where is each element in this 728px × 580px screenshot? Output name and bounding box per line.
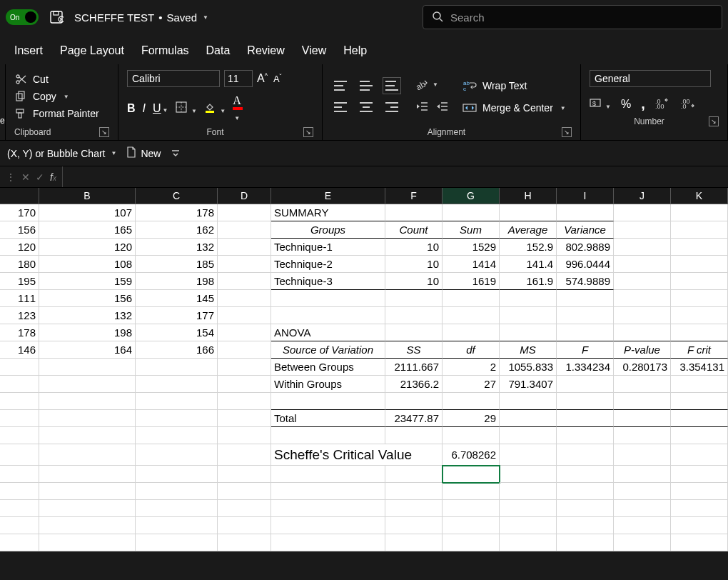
merge-center-button[interactable]: Merge & Center ▼ <box>462 102 566 114</box>
cell[interactable]: P-value <box>614 341 671 359</box>
cell[interactable] <box>443 393 500 410</box>
cell[interactable] <box>443 483 500 500</box>
cell[interactable] <box>39 376 136 393</box>
cell[interactable] <box>385 534 443 551</box>
cell[interactable] <box>614 534 671 551</box>
cell[interactable] <box>500 483 557 500</box>
cell[interactable]: Between Groups <box>271 359 385 376</box>
cell[interactable] <box>671 444 728 466</box>
cell[interactable] <box>500 534 557 551</box>
cell[interactable] <box>218 256 271 273</box>
active-cell[interactable] <box>443 466 500 483</box>
cell[interactable]: 178 <box>136 204 218 221</box>
cell[interactable] <box>671 239 728 256</box>
cell[interactable] <box>218 393 271 410</box>
cell[interactable] <box>39 483 136 500</box>
cell[interactable]: 198 <box>136 273 218 290</box>
cell[interactable]: 1529 <box>443 239 500 256</box>
cell[interactable] <box>136 393 218 410</box>
cell[interactable] <box>614 290 671 307</box>
cell[interactable] <box>614 239 671 256</box>
cell[interactable]: 178 <box>0 324 39 341</box>
cell[interactable]: 23477.87 <box>385 410 443 427</box>
increase-indent-button[interactable] <box>435 101 448 115</box>
cell[interactable] <box>385 483 443 500</box>
cell[interactable]: 162 <box>136 221 218 239</box>
cell[interactable]: 132 <box>39 307 136 324</box>
italic-button[interactable]: I <box>143 102 146 115</box>
cell[interactable] <box>557 410 614 427</box>
cell[interactable]: 0.280173 <box>614 359 671 376</box>
cell[interactable] <box>0 359 39 376</box>
cell[interactable] <box>0 393 39 410</box>
cell[interactable] <box>271 483 385 500</box>
cell[interactable] <box>39 393 136 410</box>
cell[interactable] <box>385 466 443 483</box>
cell[interactable] <box>271 393 385 410</box>
cell[interactable] <box>136 444 218 466</box>
enter-icon[interactable]: ✓ <box>36 171 44 183</box>
col-header-k[interactable]: K <box>671 188 728 204</box>
cell[interactable]: 166 <box>136 341 218 359</box>
grid[interactable]: 170107178SUMMARY156165162GroupsCountSumA… <box>0 204 728 551</box>
cell[interactable] <box>671 393 728 410</box>
cell[interactable] <box>557 534 614 551</box>
cell[interactable] <box>0 517 39 534</box>
cell[interactable] <box>218 359 271 376</box>
cell[interactable] <box>671 273 728 290</box>
cell[interactable]: 996.0444 <box>557 256 614 273</box>
cell[interactable]: Average <box>500 221 557 239</box>
cell[interactable] <box>0 500 39 517</box>
cell[interactable] <box>443 517 500 534</box>
cell[interactable] <box>271 500 385 517</box>
formula-input[interactable] <box>63 166 728 187</box>
save-icon[interactable] <box>49 9 64 25</box>
cell[interactable]: 10 <box>385 273 443 290</box>
cell[interactable] <box>218 376 271 393</box>
borders-button[interactable]: ▼ <box>176 101 197 116</box>
cell[interactable]: 123 <box>0 307 39 324</box>
cell[interactable] <box>0 444 39 466</box>
bold-button[interactable]: B <box>127 102 136 115</box>
cell[interactable] <box>671 466 728 483</box>
cell[interactable] <box>385 204 443 221</box>
cell[interactable]: Count <box>385 221 443 239</box>
tab-view[interactable]: View <box>302 44 326 57</box>
cell[interactable]: F <box>557 341 614 359</box>
cell[interactable] <box>500 290 557 307</box>
tab-review[interactable]: Review <box>247 44 284 57</box>
cell[interactable] <box>218 204 271 221</box>
cell[interactable] <box>443 427 500 444</box>
cell[interactable]: 161.9 <box>500 273 557 290</box>
fill-color-button[interactable]: ▼ <box>204 101 226 116</box>
cell[interactable]: 180 <box>0 256 39 273</box>
cell[interactable] <box>614 500 671 517</box>
align-left-button[interactable] <box>331 99 350 116</box>
cell[interactable] <box>39 534 136 551</box>
new-button[interactable]: New <box>126 146 161 160</box>
col-header-h[interactable]: H <box>500 188 557 204</box>
cell[interactable] <box>385 290 443 307</box>
cell[interactable]: 170 <box>0 204 39 221</box>
cell[interactable] <box>385 393 443 410</box>
cell[interactable]: 111 <box>0 290 39 307</box>
underline-button[interactable]: U▼ <box>153 102 168 115</box>
cell[interactable] <box>218 427 271 444</box>
cell[interactable] <box>136 466 218 483</box>
cell[interactable]: 120 <box>39 239 136 256</box>
cell[interactable] <box>557 427 614 444</box>
col-header-e[interactable]: E <box>271 188 385 204</box>
clipboard-dialog-launcher[interactable] <box>99 127 109 137</box>
cell[interactable] <box>614 376 671 393</box>
cell[interactable] <box>39 410 136 427</box>
cell[interactable]: ANOVA <box>271 324 385 341</box>
cell[interactable] <box>671 534 728 551</box>
cell[interactable] <box>671 256 728 273</box>
cell[interactable] <box>557 466 614 483</box>
cell[interactable]: 6.708262 <box>443 444 500 466</box>
cell[interactable] <box>0 410 39 427</box>
cell[interactable] <box>500 393 557 410</box>
cell[interactable] <box>671 483 728 500</box>
number-dialog-launcher[interactable] <box>709 116 719 126</box>
cell[interactable]: 29 <box>443 410 500 427</box>
